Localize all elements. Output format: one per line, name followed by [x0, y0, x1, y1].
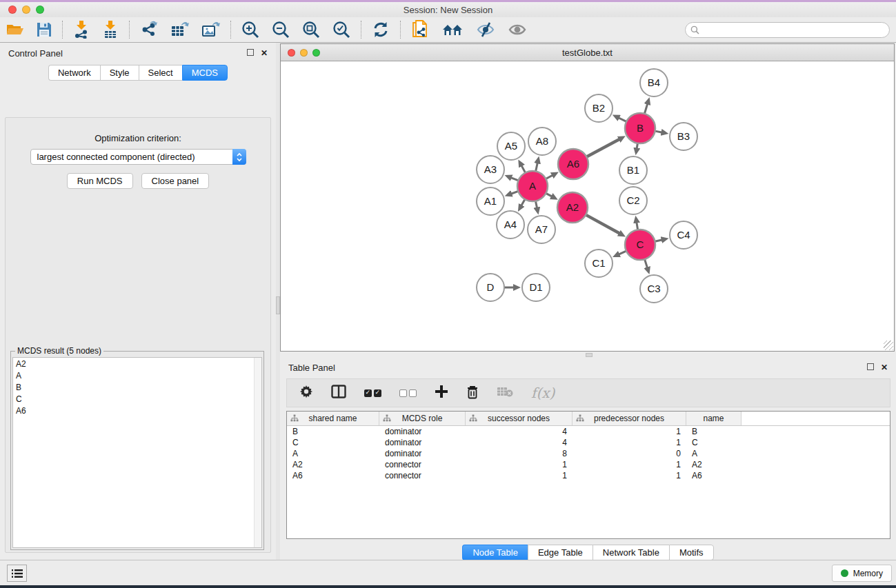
column-header-shared-name[interactable]: shared name — [287, 412, 379, 425]
task-history-button[interactable] — [7, 565, 27, 582]
float-panel-icon[interactable] — [247, 48, 254, 58]
graph-edge-A-A5[interactable] — [521, 165, 526, 172]
tab-node-table[interactable]: Node Table — [462, 545, 528, 560]
tab-edge-table[interactable]: Edge Table — [528, 545, 593, 560]
optimization-criterion-dropdown[interactable]: largest connected component (directed) — [30, 149, 246, 165]
mcds-result-list[interactable]: A2ABCA6 — [12, 357, 262, 548]
column-header-successor-nodes[interactable]: successor nodes — [466, 412, 573, 425]
graph-edge-C-C1[interactable] — [618, 251, 626, 254]
memory-button[interactable]: Memory — [832, 565, 892, 582]
graph-edge-C-C4[interactable] — [655, 240, 662, 242]
table-row[interactable]: Cdominator41C — [287, 437, 890, 448]
mcds-result-item[interactable]: A6 — [13, 405, 261, 416]
zoom-fit-button[interactable] — [296, 19, 326, 40]
graph-edge-A-A6[interactable] — [546, 175, 553, 179]
table-cell[interactable]: 1 — [466, 460, 573, 469]
node-table[interactable]: shared nameMCDS rolesuccessor nodesprede… — [286, 411, 890, 539]
graph-edge-A-A2[interactable] — [546, 193, 552, 196]
table-cell[interactable]: B — [287, 427, 379, 436]
table-cell[interactable]: C — [686, 438, 741, 447]
network-window-titlebar[interactable]: testGlobe.txt — [281, 44, 894, 61]
table-cell[interactable]: A — [686, 449, 741, 458]
add-column-button[interactable] — [435, 385, 448, 401]
toolbar-search[interactable] — [685, 22, 890, 38]
table-settings-button[interactable] — [299, 385, 313, 401]
table-cell[interactable]: 1 — [573, 438, 686, 447]
graph-edge-A-A7[interactable] — [535, 201, 537, 209]
tab-select[interactable]: Select — [139, 65, 182, 81]
hide-annotations-button[interactable] — [470, 19, 501, 40]
import-network-button[interactable] — [67, 19, 96, 40]
graph-edge-A-A8[interactable] — [536, 162, 538, 171]
search-input[interactable] — [702, 26, 889, 35]
table-cell[interactable]: dominator — [379, 449, 466, 458]
graph-edge-B-B2[interactable] — [618, 117, 626, 121]
table-cell[interactable]: 0 — [573, 449, 686, 458]
home-browser-button[interactable] — [435, 19, 470, 40]
table-cell[interactable]: dominator — [379, 427, 466, 436]
table-header-row[interactable]: shared nameMCDS rolesuccessor nodesprede… — [287, 412, 890, 426]
network-canvas[interactable]: AA1A2A3A4A5A6A7A8BB1B2B3B4CC1C2C3C4DD1 — [281, 61, 894, 351]
column-header-MCDS-role[interactable]: MCDS role — [379, 412, 466, 425]
show-annotations-button[interactable] — [501, 19, 533, 40]
table-row[interactable]: Bdominator41B — [287, 426, 890, 437]
zoom-in-button[interactable] — [235, 19, 266, 40]
save-session-button[interactable] — [30, 19, 58, 40]
graph-edge-A2-C[interactable] — [586, 215, 620, 234]
zoom-out-button[interactable] — [266, 19, 296, 40]
close-panel-icon[interactable]: ✕ — [261, 48, 268, 58]
network-from-file-button[interactable] — [405, 19, 435, 40]
table-cell[interactable]: 4 — [466, 427, 573, 436]
function-builder-button[interactable]: f(x) — [531, 385, 555, 401]
graph-edge-B-B1[interactable] — [637, 143, 637, 150]
horizontal-split-divider[interactable] — [280, 352, 896, 358]
table-cell[interactable]: C — [287, 438, 379, 447]
export-network-button[interactable] — [134, 19, 164, 40]
deselect-all-button[interactable] — [399, 389, 417, 397]
open-folder-button[interactable] — [0, 19, 30, 40]
select-all-button[interactable] — [364, 389, 381, 397]
delete-table-button[interactable] — [497, 386, 513, 400]
graph-edge-B-B3[interactable] — [655, 131, 663, 132]
table-cell[interactable]: 1 — [573, 427, 686, 436]
table-row[interactable]: A6connector11A6 — [287, 470, 890, 481]
graph-edge-A-A3[interactable] — [510, 177, 519, 181]
table-cell[interactable]: A2 — [686, 460, 741, 469]
table-cell[interactable]: A6 — [686, 471, 741, 480]
table-cell[interactable]: 1 — [573, 471, 686, 480]
graph-edge-A-A4[interactable] — [521, 199, 525, 206]
export-image-button[interactable] — [195, 19, 226, 40]
import-table-button[interactable] — [96, 19, 125, 40]
table-cell[interactable]: B — [686, 427, 741, 436]
table-row[interactable]: Adominator80A — [287, 448, 890, 459]
column-header-predecessor-nodes[interactable]: predecessor nodes — [573, 412, 686, 425]
table-cell[interactable]: 1 — [573, 460, 686, 469]
tab-mcds[interactable]: MCDS — [182, 65, 228, 81]
mcds-result-item[interactable]: A2 — [13, 358, 261, 369]
table-cell[interactable]: A — [287, 449, 379, 458]
zoom-selected-button[interactable] — [326, 19, 357, 40]
mcds-result-item[interactable]: A — [13, 369, 261, 381]
graph-edge-A-A1[interactable] — [510, 191, 518, 194]
table-cell[interactable]: 8 — [466, 449, 573, 458]
graph-edge-A6-B[interactable] — [586, 139, 620, 157]
close-table-panel-icon[interactable]: ✕ — [881, 363, 888, 372]
resize-grip-icon[interactable] — [884, 341, 893, 350]
table-cell[interactable]: A2 — [287, 460, 379, 469]
network-graph[interactable]: AA1A2A3A4A5A6A7A8BB1B2B3B4CC1C2C3C4DD1 — [281, 61, 894, 351]
column-header-name[interactable]: name — [686, 412, 741, 425]
close-panel-button[interactable]: Close panel — [141, 173, 210, 189]
table-row[interactable]: A2connector11A2 — [287, 459, 890, 470]
mcds-result-item[interactable]: C — [13, 393, 261, 405]
table-cell[interactable]: connector — [379, 471, 466, 480]
tab-network-table[interactable]: Network Table — [593, 545, 669, 560]
table-cell[interactable]: dominator — [379, 438, 466, 447]
result-scrollbar[interactable] — [254, 358, 261, 547]
table-cell[interactable]: 1 — [466, 471, 573, 480]
table-cell[interactable]: 4 — [466, 438, 573, 447]
export-table-button[interactable] — [164, 19, 195, 40]
graph-edge-C-C3[interactable] — [645, 259, 648, 268]
tab-style[interactable]: Style — [100, 65, 139, 81]
delete-column-button[interactable] — [466, 385, 479, 402]
show-columns-button[interactable] — [331, 385, 346, 401]
